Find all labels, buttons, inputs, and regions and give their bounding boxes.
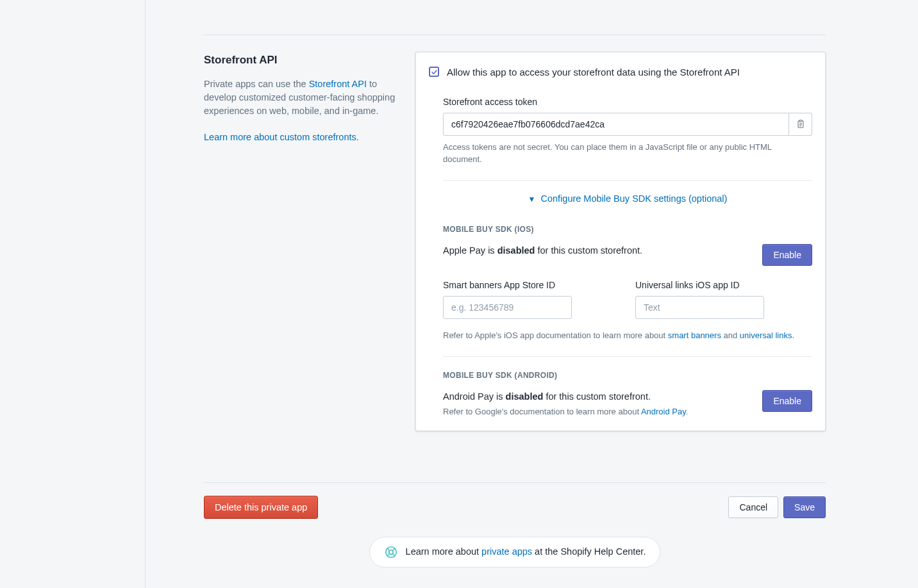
delete-app-button[interactable]: Delete this private app (204, 496, 318, 519)
smart-banners-label: Smart banners App Store ID (443, 279, 620, 292)
enable-apple-pay-button[interactable]: Enable (762, 244, 812, 266)
storefront-token-input[interactable] (443, 113, 789, 136)
help-text: Learn more about private apps at the Sho… (406, 545, 646, 559)
universal-links-input[interactable] (635, 296, 764, 319)
allow-storefront-label: Allow this app to access your storefront… (447, 65, 740, 80)
svg-line-7 (387, 548, 389, 550)
enable-android-pay-button[interactable]: Enable (762, 390, 812, 412)
caret-down-icon: ▼ (528, 193, 536, 205)
save-button[interactable]: Save (783, 496, 826, 518)
section-body: Private apps can use the Storefront API … (204, 78, 403, 118)
allow-storefront-checkbox[interactable] (429, 67, 439, 77)
section-title: Storefront API (204, 52, 403, 69)
token-label: Storefront access token (443, 95, 812, 109)
copy-token-button[interactable] (789, 113, 812, 136)
learn-more-storefronts-link[interactable]: Learn more about custom storefronts. (204, 132, 359, 142)
svg-line-8 (392, 548, 394, 550)
token-help-text: Access tokens are not secret. You can pl… (443, 141, 812, 166)
apple-pay-status: Apple Pay is disabled for this custom st… (443, 244, 642, 258)
divider (443, 356, 812, 357)
storefront-api-card: Allow this app to access your storefront… (415, 52, 826, 431)
universal-links-link[interactable]: universal links (740, 331, 792, 340)
ios-doc-text: Refer to Apple's iOS app documentation t… (443, 329, 812, 342)
svg-point-6 (388, 550, 392, 554)
private-apps-link[interactable]: private apps (481, 546, 532, 557)
android-pay-link[interactable]: Android Pay (641, 407, 686, 416)
help-icon (384, 545, 398, 559)
svg-rect-1 (799, 120, 802, 121)
android-pay-status: Android Pay is disabled for this custom … (443, 390, 688, 404)
configure-sdk-toggle[interactable]: ▼ Configure Mobile Buy SDK settings (opt… (528, 192, 728, 206)
cancel-button[interactable]: Cancel (728, 496, 778, 518)
svg-line-10 (392, 554, 394, 556)
clipboard-icon (796, 119, 806, 129)
android-sdk-heading: MOBILE BUY SDK (ANDROID) (443, 370, 812, 381)
smart-banners-input[interactable] (443, 296, 572, 319)
ios-sdk-heading: MOBILE BUY SDK (IOS) (443, 224, 812, 235)
help-center-pill: Learn more about private apps at the Sho… (369, 537, 661, 568)
smart-banners-link[interactable]: smart banners (668, 331, 721, 340)
checkmark-icon (431, 69, 438, 76)
top-divider (204, 35, 826, 35)
sidebar-divider (145, 0, 146, 588)
universal-links-label: Universal links iOS app ID (635, 279, 812, 292)
android-doc-text: Refer to Google's documentation to learn… (443, 405, 688, 418)
storefront-api-link[interactable]: Storefront API (309, 79, 367, 89)
svg-line-9 (387, 554, 389, 556)
section-description: Storefront API Private apps can use the … (204, 52, 403, 431)
